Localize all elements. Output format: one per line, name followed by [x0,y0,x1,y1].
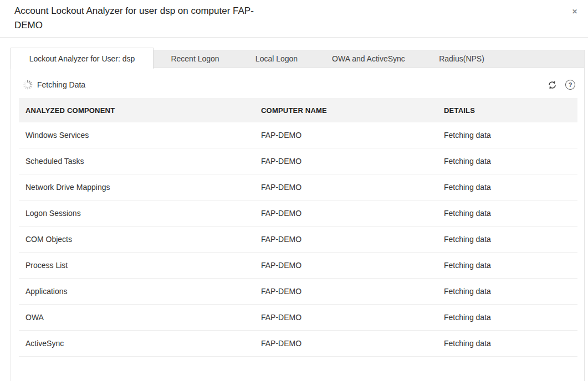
table-row: COM Objects FAP-DEMO Fetching data [19,226,577,253]
refresh-icon [548,80,557,90]
dialog-header: Account Lockout Analyzer for user dsp on… [0,0,588,38]
tab-local-logon[interactable]: Local Logon [237,50,316,68]
status-text: Fetching Data [37,80,85,89]
cell-computer: FAP-DEMO [261,157,444,166]
table-row: Network Drive Mappings FAP-DEMO Fetching… [19,174,577,200]
loading-spinner-icon [23,80,33,90]
table-row: Scheduled Tasks FAP-DEMO Fetching data [19,148,577,174]
cell-details: Fetching data [444,339,577,348]
cell-details: Fetching data [444,157,577,166]
column-header-computer-name: COMPUTER NAME [261,106,444,115]
tab-panel: Lockout Analyzer for User: dsp Recent Lo… [11,50,585,381]
cell-component: Process List [19,261,261,270]
cell-computer: FAP-DEMO [261,131,444,140]
cell-component: Logon Sessions [19,209,261,218]
tab-radius-nps[interactable]: Radius(NPS) [421,50,503,68]
status-row: Fetching Data ? [11,77,584,92]
help-button[interactable]: ? [565,80,575,90]
cell-details: Fetching data [444,209,577,218]
cell-component: ActiveSync [19,339,261,348]
tab-strip: Lockout Analyzer for User: dsp Recent Lo… [11,50,584,68]
tab-label: Recent Logon [171,54,219,63]
cell-computer: FAP-DEMO [261,339,444,348]
cell-details: Fetching data [444,183,577,192]
cell-computer: FAP-DEMO [261,261,444,270]
tab-label: Lockout Analyzer for User: dsp [29,54,135,63]
cell-component: Windows Services [19,131,261,140]
tab-label: Local Logon [255,54,298,63]
cell-computer: FAP-DEMO [261,235,444,244]
table-header-row: ANALYZED COMPONENT COMPUTER NAME DETAILS [19,98,577,122]
tab-label: Radius(NPS) [439,54,484,63]
table-row: ActiveSync FAP-DEMO Fetching data [19,331,577,357]
table-row: OWA FAP-DEMO Fetching data [19,305,577,331]
table-row: Logon Sessions FAP-DEMO Fetching data [19,200,577,226]
cell-details: Fetching data [444,261,577,270]
cell-computer: FAP-DEMO [261,209,444,218]
cell-details: Fetching data [444,131,577,140]
dialog-title: Account Lockout Analyzer for user dsp on… [14,4,275,33]
tab-owa-activesync[interactable]: OWA and ActiveSync [316,50,421,68]
cell-computer: FAP-DEMO [261,313,444,322]
cell-details: Fetching data [444,235,577,244]
cell-computer: FAP-DEMO [261,287,444,296]
close-button[interactable]: ✕ [569,6,580,17]
cell-computer: FAP-DEMO [261,183,444,192]
toolbar-icons: ? [548,80,575,90]
column-header-details: DETAILS [444,106,577,115]
tab-label: OWA and ActiveSync [332,54,405,63]
tab-lockout-analyzer[interactable]: Lockout Analyzer for User: dsp [11,48,154,69]
cell-details: Fetching data [444,287,577,296]
table-row: Applications FAP-DEMO Fetching data [19,279,577,305]
table-row: Windows Services FAP-DEMO Fetching data [19,122,577,148]
cell-component: Scheduled Tasks [19,157,261,166]
tab-recent-logon[interactable]: Recent Logon [154,50,237,68]
analysis-table: ANALYZED COMPONENT COMPUTER NAME DETAILS… [19,98,577,357]
close-icon: ✕ [572,8,577,16]
cell-component: COM Objects [19,235,261,244]
cell-component: Applications [19,287,261,296]
table-row: Process List FAP-DEMO Fetching data [19,253,577,279]
column-header-analyzed-component: ANALYZED COMPONENT [19,106,261,115]
cell-component: OWA [19,313,261,322]
refresh-button[interactable] [548,80,557,90]
help-icon: ? [565,80,575,90]
cell-details: Fetching data [444,313,577,322]
cell-component: Network Drive Mappings [19,183,261,192]
